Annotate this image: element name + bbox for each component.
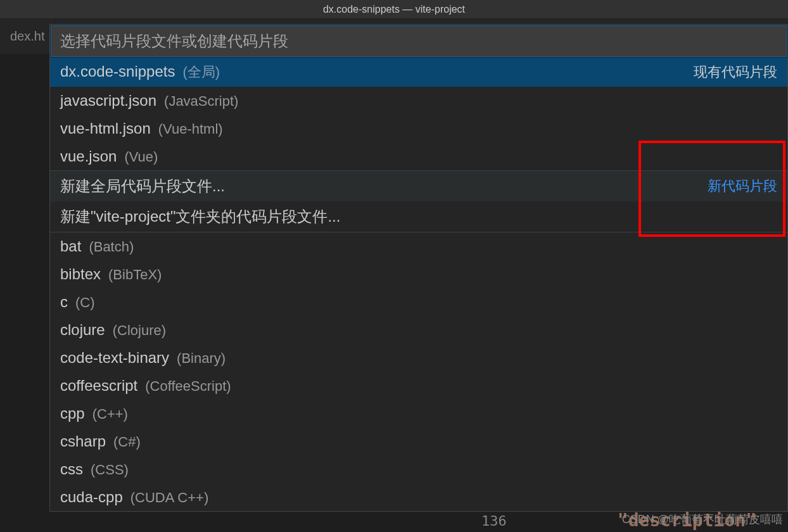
item-detail: (Batch): [89, 239, 134, 255]
snippet-list-item[interactable]: csharp(C#): [50, 428, 787, 455]
item-detail: (JavaScript): [164, 93, 238, 110]
item-name: csharp: [60, 433, 106, 450]
item-detail: (Vue): [124, 149, 158, 165]
item-detail: (CUDA C++): [130, 490, 208, 506]
item-name: css: [60, 460, 83, 478]
watermark: CSDN @吃葡萄不吐葡萄皮嘻嘻: [622, 512, 783, 527]
snippet-list-item[interactable]: 新建"vite-project"文件夹的代码片段文件...: [50, 201, 787, 232]
snippet-list-item[interactable]: coffeescript(CoffeeScript): [50, 372, 787, 400]
command-palette: dx.code-snippets(全局)现有代码片段javascript.jso…: [49, 24, 788, 512]
item-left: cpp(C++): [60, 405, 128, 422]
snippet-list-item[interactable]: cpp(C++): [50, 400, 787, 428]
item-detail: (C): [75, 294, 95, 311]
item-name: cuda-cpp: [60, 488, 123, 506]
item-left: c(C): [60, 293, 95, 311]
item-name: 新建"vite-project"文件夹的代码片段文件...: [60, 206, 340, 227]
snippet-list-item[interactable]: 新建全局代码片段文件...新代码片段: [50, 171, 787, 201]
item-name: bat: [60, 238, 81, 255]
snippet-list-item[interactable]: c(C): [50, 288, 787, 316]
item-detail: (Vue-html): [158, 121, 223, 137]
item-name: cpp: [60, 405, 85, 422]
item-detail: (CoffeeScript): [145, 378, 231, 395]
item-left: cuda-cpp(CUDA C++): [60, 488, 208, 506]
item-left: javascript.json(JavaScript): [60, 92, 238, 110]
item-left: csharp(C#): [60, 433, 141, 450]
snippet-list: dx.code-snippets(全局)现有代码片段javascript.jso…: [50, 58, 787, 511]
item-name: vue-html.json: [60, 120, 151, 137]
item-detail: (C++): [92, 406, 128, 422]
item-detail: (Binary): [177, 350, 226, 367]
item-left: vue-html.json(Vue-html): [60, 120, 223, 137]
window-title: dx.code-snippets — vite-project: [323, 4, 465, 15]
item-name: vue.json: [60, 148, 117, 165]
tab-label: dex.ht: [10, 29, 44, 44]
snippet-list-item[interactable]: vue-html.json(Vue-html): [50, 115, 787, 142]
category-existing-label: 现有代码片段: [694, 63, 777, 82]
snippet-list-item[interactable]: javascript.json(JavaScript): [50, 87, 787, 115]
item-name: code-text-binary: [60, 349, 169, 367]
snippet-search-input[interactable]: [51, 25, 787, 57]
snippet-list-item[interactable]: cuda-cpp(CUDA C++): [50, 483, 787, 511]
item-left: css(CSS): [60, 460, 129, 478]
item-name: javascript.json: [60, 92, 156, 110]
category-new-label: 新代码片段: [708, 177, 777, 196]
snippet-list-item[interactable]: code-text-binary(Binary): [50, 344, 787, 372]
item-name: 新建全局代码片段文件...: [60, 176, 225, 196]
snippet-list-item[interactable]: dx.code-snippets(全局)现有代码片段: [50, 58, 787, 87]
item-name: dx.code-snippets: [60, 63, 175, 80]
item-name: bibtex: [60, 265, 101, 283]
item-left: 新建全局代码片段文件...: [60, 176, 225, 196]
snippet-list-item[interactable]: clojure(Clojure): [50, 316, 787, 344]
item-detail: (全局): [182, 63, 220, 82]
editor-tab[interactable]: dex.ht: [0, 19, 55, 54]
item-left: bibtex(BibTeX): [60, 265, 162, 283]
item-left: dx.code-snippets(全局): [60, 63, 220, 82]
snippet-list-item[interactable]: vue.json(Vue): [50, 142, 787, 170]
item-detail: (BibTeX): [108, 267, 162, 283]
item-detail: (C#): [113, 434, 141, 450]
snippet-list-item[interactable]: css(CSS): [50, 455, 787, 483]
item-left: clojure(Clojure): [60, 321, 166, 339]
item-left: coffeescript(CoffeeScript): [60, 377, 231, 395]
item-name: c: [60, 293, 68, 311]
snippet-list-item[interactable]: bibtex(BibTeX): [50, 260, 787, 288]
item-detail: (Clojure): [113, 322, 166, 339]
item-name: clojure: [60, 321, 105, 339]
editor-gutter: [0, 54, 48, 532]
item-left: bat(Batch): [60, 238, 134, 255]
item-name: coffeescript: [60, 377, 137, 395]
item-left: 新建"vite-project"文件夹的代码片段文件...: [60, 206, 340, 227]
item-left: vue.json(Vue): [60, 148, 158, 165]
snippet-list-item[interactable]: bat(Batch): [50, 232, 787, 260]
title-bar: dx.code-snippets — vite-project: [0, 0, 788, 19]
item-left: code-text-binary(Binary): [60, 349, 226, 367]
item-detail: (CSS): [91, 462, 129, 478]
